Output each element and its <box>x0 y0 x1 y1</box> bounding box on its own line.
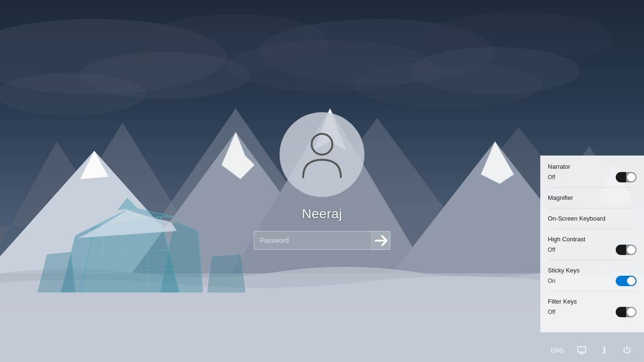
magnifier-label[interactable]: Magnifier <box>548 194 636 201</box>
language-button[interactable]: ENG <box>548 345 567 356</box>
bottom-actions: ENG <box>548 343 635 358</box>
narrator-toggle[interactable] <box>616 172 636 182</box>
password-wrapper <box>254 231 390 250</box>
filter-keys-toggle-row: Off <box>548 307 636 317</box>
password-input[interactable] <box>254 231 390 250</box>
sticky-keys-knob <box>627 277 636 285</box>
filter-keys-label: Filter Keys <box>548 298 636 305</box>
sticky-keys-item: Sticky Keys On <box>548 267 636 291</box>
svg-point-47 <box>603 346 605 348</box>
narrator-toggle-row: Off <box>548 172 636 182</box>
display-button[interactable] <box>574 343 589 358</box>
high-contrast-knob <box>627 246 636 254</box>
accessibility-icon <box>600 346 609 355</box>
svg-point-43 <box>312 134 332 155</box>
on-screen-keyboard-label[interactable]: On-Screen Keyboard <box>548 215 636 222</box>
narrator-knob <box>627 173 636 181</box>
high-contrast-toggle[interactable] <box>616 245 636 255</box>
arrow-right-icon <box>372 231 390 250</box>
sticky-keys-status: On <box>548 278 555 284</box>
user-avatar-icon <box>298 128 346 181</box>
language-label: ENG <box>551 347 564 354</box>
filter-keys-knob <box>627 308 636 316</box>
high-contrast-toggle-row: Off <box>548 245 636 255</box>
narrator-item: Narrator Off <box>548 163 636 188</box>
svg-line-51 <box>604 351 606 354</box>
display-icon <box>577 346 586 355</box>
username-label: Neeraj <box>302 206 342 222</box>
svg-marker-42 <box>207 255 245 292</box>
power-icon <box>622 346 632 355</box>
on-screen-keyboard-item: On-Screen Keyboard <box>548 215 636 229</box>
filter-keys-item: Filter Keys Off <box>548 298 636 322</box>
bottom-bar: ENG <box>0 338 644 362</box>
high-contrast-item: High Contrast Off <box>548 236 636 260</box>
power-button[interactable] <box>619 343 635 358</box>
sticky-keys-label: Sticky Keys <box>548 267 636 274</box>
narrator-status: Off <box>548 174 555 181</box>
narrator-label: Narrator <box>548 163 636 170</box>
sticky-keys-toggle[interactable] <box>616 276 636 286</box>
svg-point-8 <box>0 73 146 115</box>
magnifier-item: Magnifier <box>548 194 636 208</box>
login-container: Neeraj <box>254 112 390 250</box>
svg-rect-44 <box>578 347 586 353</box>
filter-keys-toggle[interactable] <box>616 307 636 317</box>
avatar-circle <box>280 112 364 197</box>
high-contrast-status: Off <box>548 247 555 253</box>
accessibility-button[interactable] <box>597 343 612 358</box>
sticky-keys-toggle-row: On <box>548 276 636 286</box>
svg-point-9 <box>354 61 542 108</box>
password-submit-button[interactable] <box>372 231 390 250</box>
accessibility-panel: Narrator Off Magnifier On-Screen Keyboar… <box>540 156 644 332</box>
high-contrast-label: High Contrast <box>548 236 636 243</box>
filter-keys-status: Off <box>548 309 555 315</box>
